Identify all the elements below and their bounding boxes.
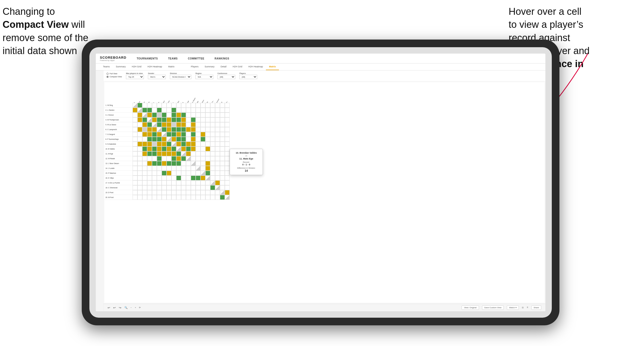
cell-3-12[interactable] — [186, 113, 191, 117]
cell-20-15[interactable] — [201, 195, 205, 200]
cell-10-17[interactable] — [210, 146, 215, 151]
cell-5-16[interactable] — [205, 122, 210, 127]
radio-full-view[interactable] — [107, 73, 109, 75]
cell-14-4[interactable] — [147, 166, 152, 171]
cell-3-16[interactable] — [205, 113, 210, 117]
cell-15-7[interactable] — [162, 171, 167, 176]
cell-19-10[interactable] — [176, 190, 181, 195]
watch-button[interactable]: Watch ▾ — [507, 305, 519, 310]
cell-4-7[interactable] — [162, 117, 167, 122]
cell-14-12[interactable] — [186, 166, 191, 171]
cell-6-3[interactable] — [142, 127, 147, 132]
cell-2-9[interactable] — [171, 108, 176, 113]
cell-8-17[interactable] — [210, 137, 215, 142]
cell-14-15[interactable] — [201, 166, 205, 171]
cell-7-8[interactable] — [167, 132, 171, 137]
filter-division-select[interactable]: NCAA Division I — [170, 75, 191, 79]
cell-3-2[interactable] — [137, 113, 142, 117]
cell-5-17[interactable] — [210, 122, 215, 127]
cell-18-10[interactable] — [176, 185, 181, 190]
cell-18-13[interactable] — [191, 185, 196, 190]
cell-8-2[interactable] — [137, 137, 142, 142]
cell-14-20[interactable] — [225, 166, 230, 171]
cell-15-5[interactable] — [152, 171, 157, 176]
cell-1-2[interactable] — [137, 103, 142, 108]
cell-5-9[interactable] — [171, 122, 176, 127]
cell-17-15[interactable] — [201, 180, 205, 185]
cell-12-7[interactable] — [162, 156, 167, 161]
cell-3-5[interactable] — [152, 113, 157, 117]
tab-matrix-main[interactable]: Matrix — [165, 64, 178, 70]
cell-16-7[interactable] — [162, 176, 167, 180]
cell-16-12[interactable] — [186, 176, 191, 180]
cell-12-12[interactable] — [186, 156, 191, 161]
cell-1-13[interactable] — [191, 103, 196, 108]
cell-7-4[interactable] — [147, 132, 152, 137]
cell-12-3[interactable] — [142, 156, 147, 161]
cell-1-20[interactable] — [225, 103, 230, 108]
cell-15-2[interactable] — [137, 171, 142, 176]
cell-1-1[interactable] — [133, 103, 137, 108]
cell-15-4[interactable] — [147, 171, 152, 176]
cell-1-5[interactable] — [152, 103, 157, 108]
cell-19-13[interactable] — [191, 190, 196, 195]
cell-14-19[interactable] — [220, 166, 225, 171]
view-original-button[interactable]: View: Original — [462, 305, 479, 310]
cell-7-9[interactable] — [171, 132, 176, 137]
cell-13-10[interactable] — [176, 161, 181, 166]
cell-14-3[interactable] — [142, 166, 147, 171]
cell-2-15[interactable] — [201, 108, 205, 113]
tab-h2h-grid-sub[interactable]: H2H Grid — [230, 64, 245, 70]
share-button[interactable]: Share — [531, 305, 541, 310]
cell-10-8[interactable] — [167, 146, 171, 151]
cell-11-10[interactable] — [176, 151, 181, 156]
cell-12-5[interactable] — [152, 156, 157, 161]
cell-8-1[interactable] — [133, 137, 137, 142]
cell-6-1[interactable] — [133, 127, 137, 132]
cell-10-3[interactable] — [142, 146, 147, 151]
cell-14-6[interactable] — [157, 166, 162, 171]
cell-9-19[interactable] — [220, 142, 225, 146]
cell-16-11[interactable] — [181, 176, 186, 180]
cell-7-18[interactable] — [215, 132, 220, 137]
cell-10-10[interactable] — [176, 146, 181, 151]
cell-12-20[interactable] — [225, 156, 230, 161]
cell-2-5[interactable] — [152, 108, 157, 113]
cell-2-1[interactable] — [133, 108, 137, 113]
cell-20-7[interactable] — [162, 195, 167, 200]
cell-17-7[interactable] — [162, 180, 167, 185]
cell-4-20[interactable] — [225, 117, 230, 122]
cell-9-4[interactable] — [147, 142, 152, 146]
cell-19-19[interactable] — [220, 190, 225, 195]
cell-8-15[interactable] — [201, 137, 205, 142]
undo-button[interactable]: ↩ — [108, 306, 110, 310]
cell-15-8[interactable] — [167, 171, 171, 176]
cell-19-8[interactable] — [167, 190, 171, 195]
cell-4-14[interactable] — [196, 117, 201, 122]
cell-13-4[interactable] — [147, 161, 152, 166]
cell-4-10[interactable] — [176, 117, 181, 122]
nav-committee[interactable]: COMMITTEE — [186, 56, 207, 61]
cell-11-18[interactable] — [215, 151, 220, 156]
cell-11-19[interactable] — [220, 151, 225, 156]
nav-rankings[interactable]: RANKINGS — [213, 56, 231, 61]
cell-9-2[interactable] — [137, 142, 142, 146]
view-full-option[interactable]: Full View — [107, 72, 122, 75]
cell-11-9[interactable] — [171, 151, 176, 156]
cell-13-5[interactable] — [152, 161, 157, 166]
cell-9-17[interactable] — [210, 142, 215, 146]
cell-11-11[interactable] — [181, 151, 186, 156]
filter-players-select[interactable]: (All) — [239, 75, 257, 79]
cell-17-19[interactable] — [220, 180, 225, 185]
cell-11-4[interactable] — [147, 151, 152, 156]
cell-13-7[interactable] — [162, 161, 167, 166]
tab-summary-main[interactable]: Summary — [113, 64, 129, 70]
cell-8-20[interactable] — [225, 137, 230, 142]
cell-14-8[interactable] — [167, 166, 171, 171]
cell-9-13[interactable] — [191, 142, 196, 146]
cell-1-17[interactable] — [210, 103, 215, 108]
cell-17-6[interactable] — [157, 180, 162, 185]
cell-15-16[interactable] — [205, 171, 210, 176]
cell-20-16[interactable] — [205, 195, 210, 200]
cell-18-2[interactable] — [137, 185, 142, 190]
